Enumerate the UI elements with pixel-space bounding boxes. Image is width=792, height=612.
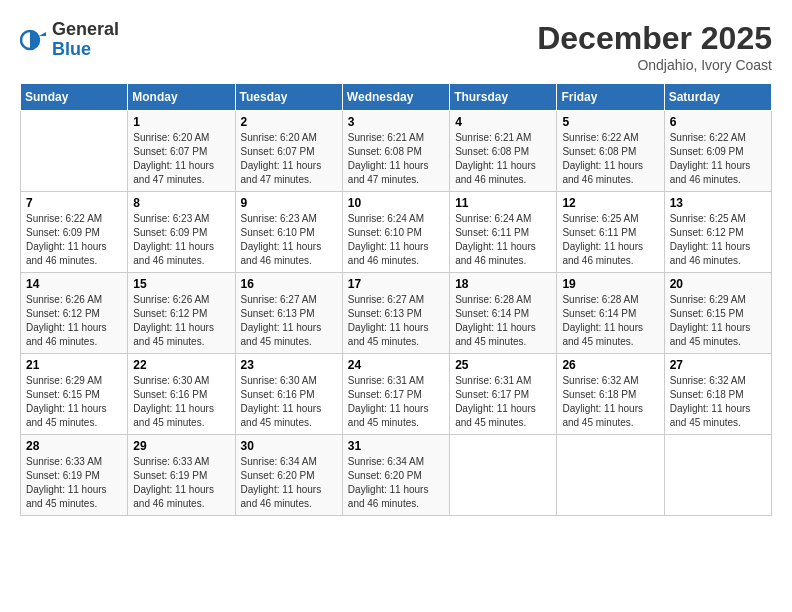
day-info: Sunrise: 6:31 AMSunset: 6:17 PMDaylight:… <box>455 374 551 430</box>
month-title: December 2025 <box>537 20 772 57</box>
calendar-cell: 16Sunrise: 6:27 AMSunset: 6:13 PMDayligh… <box>235 273 342 354</box>
day-number: 7 <box>26 196 122 210</box>
day-number: 5 <box>562 115 658 129</box>
calendar-cell: 1Sunrise: 6:20 AMSunset: 6:07 PMDaylight… <box>128 111 235 192</box>
day-info: Sunrise: 6:33 AMSunset: 6:19 PMDaylight:… <box>26 455 122 511</box>
day-info: Sunrise: 6:25 AMSunset: 6:11 PMDaylight:… <box>562 212 658 268</box>
calendar-cell: 9Sunrise: 6:23 AMSunset: 6:10 PMDaylight… <box>235 192 342 273</box>
calendar-cell: 8Sunrise: 6:23 AMSunset: 6:09 PMDaylight… <box>128 192 235 273</box>
day-number: 22 <box>133 358 229 372</box>
calendar-cell: 5Sunrise: 6:22 AMSunset: 6:08 PMDaylight… <box>557 111 664 192</box>
day-info: Sunrise: 6:21 AMSunset: 6:08 PMDaylight:… <box>348 131 444 187</box>
day-info: Sunrise: 6:21 AMSunset: 6:08 PMDaylight:… <box>455 131 551 187</box>
calendar-cell: 19Sunrise: 6:28 AMSunset: 6:14 PMDayligh… <box>557 273 664 354</box>
calendar-cell: 30Sunrise: 6:34 AMSunset: 6:20 PMDayligh… <box>235 435 342 516</box>
calendar-cell: 21Sunrise: 6:29 AMSunset: 6:15 PMDayligh… <box>21 354 128 435</box>
calendar-cell: 2Sunrise: 6:20 AMSunset: 6:07 PMDaylight… <box>235 111 342 192</box>
calendar-cell: 26Sunrise: 6:32 AMSunset: 6:18 PMDayligh… <box>557 354 664 435</box>
weekday-header-tuesday: Tuesday <box>235 84 342 111</box>
day-number: 12 <box>562 196 658 210</box>
weekday-header-friday: Friday <box>557 84 664 111</box>
calendar-cell: 22Sunrise: 6:30 AMSunset: 6:16 PMDayligh… <box>128 354 235 435</box>
day-number: 27 <box>670 358 766 372</box>
day-number: 28 <box>26 439 122 453</box>
calendar-header: SundayMondayTuesdayWednesdayThursdayFrid… <box>21 84 772 111</box>
calendar-body: 1Sunrise: 6:20 AMSunset: 6:07 PMDaylight… <box>21 111 772 516</box>
day-number: 31 <box>348 439 444 453</box>
day-info: Sunrise: 6:32 AMSunset: 6:18 PMDaylight:… <box>670 374 766 430</box>
calendar-week-2: 7Sunrise: 6:22 AMSunset: 6:09 PMDaylight… <box>21 192 772 273</box>
day-info: Sunrise: 6:28 AMSunset: 6:14 PMDaylight:… <box>455 293 551 349</box>
day-info: Sunrise: 6:31 AMSunset: 6:17 PMDaylight:… <box>348 374 444 430</box>
day-number: 25 <box>455 358 551 372</box>
weekday-header-thursday: Thursday <box>450 84 557 111</box>
day-info: Sunrise: 6:22 AMSunset: 6:08 PMDaylight:… <box>562 131 658 187</box>
calendar-cell: 29Sunrise: 6:33 AMSunset: 6:19 PMDayligh… <box>128 435 235 516</box>
calendar-cell: 7Sunrise: 6:22 AMSunset: 6:09 PMDaylight… <box>21 192 128 273</box>
calendar-week-1: 1Sunrise: 6:20 AMSunset: 6:07 PMDaylight… <box>21 111 772 192</box>
calendar-cell <box>450 435 557 516</box>
day-info: Sunrise: 6:34 AMSunset: 6:20 PMDaylight:… <box>348 455 444 511</box>
calendar-cell: 13Sunrise: 6:25 AMSunset: 6:12 PMDayligh… <box>664 192 771 273</box>
day-number: 11 <box>455 196 551 210</box>
day-number: 13 <box>670 196 766 210</box>
weekday-header-saturday: Saturday <box>664 84 771 111</box>
day-info: Sunrise: 6:22 AMSunset: 6:09 PMDaylight:… <box>26 212 122 268</box>
calendar-cell: 24Sunrise: 6:31 AMSunset: 6:17 PMDayligh… <box>342 354 449 435</box>
logo-text: General Blue <box>52 20 119 60</box>
logo: General Blue <box>20 20 119 60</box>
weekday-header-sunday: Sunday <box>21 84 128 111</box>
day-number: 29 <box>133 439 229 453</box>
day-info: Sunrise: 6:20 AMSunset: 6:07 PMDaylight:… <box>133 131 229 187</box>
calendar-cell: 3Sunrise: 6:21 AMSunset: 6:08 PMDaylight… <box>342 111 449 192</box>
day-info: Sunrise: 6:26 AMSunset: 6:12 PMDaylight:… <box>26 293 122 349</box>
day-number: 9 <box>241 196 337 210</box>
calendar-week-5: 28Sunrise: 6:33 AMSunset: 6:19 PMDayligh… <box>21 435 772 516</box>
calendar-cell <box>557 435 664 516</box>
day-number: 16 <box>241 277 337 291</box>
calendar-cell <box>664 435 771 516</box>
day-info: Sunrise: 6:23 AMSunset: 6:10 PMDaylight:… <box>241 212 337 268</box>
day-number: 4 <box>455 115 551 129</box>
day-info: Sunrise: 6:28 AMSunset: 6:14 PMDaylight:… <box>562 293 658 349</box>
calendar-cell: 10Sunrise: 6:24 AMSunset: 6:10 PMDayligh… <box>342 192 449 273</box>
day-info: Sunrise: 6:30 AMSunset: 6:16 PMDaylight:… <box>133 374 229 430</box>
calendar-cell: 11Sunrise: 6:24 AMSunset: 6:11 PMDayligh… <box>450 192 557 273</box>
day-number: 17 <box>348 277 444 291</box>
weekday-header-row: SundayMondayTuesdayWednesdayThursdayFrid… <box>21 84 772 111</box>
weekday-header-wednesday: Wednesday <box>342 84 449 111</box>
day-info: Sunrise: 6:34 AMSunset: 6:20 PMDaylight:… <box>241 455 337 511</box>
day-info: Sunrise: 6:24 AMSunset: 6:10 PMDaylight:… <box>348 212 444 268</box>
day-number: 1 <box>133 115 229 129</box>
calendar-cell: 25Sunrise: 6:31 AMSunset: 6:17 PMDayligh… <box>450 354 557 435</box>
day-number: 6 <box>670 115 766 129</box>
day-number: 21 <box>26 358 122 372</box>
day-number: 15 <box>133 277 229 291</box>
calendar-cell: 31Sunrise: 6:34 AMSunset: 6:20 PMDayligh… <box>342 435 449 516</box>
day-info: Sunrise: 6:23 AMSunset: 6:09 PMDaylight:… <box>133 212 229 268</box>
calendar-table: SundayMondayTuesdayWednesdayThursdayFrid… <box>20 83 772 516</box>
calendar-cell: 20Sunrise: 6:29 AMSunset: 6:15 PMDayligh… <box>664 273 771 354</box>
day-number: 14 <box>26 277 122 291</box>
day-number: 20 <box>670 277 766 291</box>
day-info: Sunrise: 6:24 AMSunset: 6:11 PMDaylight:… <box>455 212 551 268</box>
calendar-cell: 12Sunrise: 6:25 AMSunset: 6:11 PMDayligh… <box>557 192 664 273</box>
calendar-cell: 27Sunrise: 6:32 AMSunset: 6:18 PMDayligh… <box>664 354 771 435</box>
day-info: Sunrise: 6:20 AMSunset: 6:07 PMDaylight:… <box>241 131 337 187</box>
calendar-cell: 14Sunrise: 6:26 AMSunset: 6:12 PMDayligh… <box>21 273 128 354</box>
day-number: 23 <box>241 358 337 372</box>
logo-blue: Blue <box>52 40 119 60</box>
calendar-cell: 18Sunrise: 6:28 AMSunset: 6:14 PMDayligh… <box>450 273 557 354</box>
calendar-cell: 28Sunrise: 6:33 AMSunset: 6:19 PMDayligh… <box>21 435 128 516</box>
calendar-cell: 23Sunrise: 6:30 AMSunset: 6:16 PMDayligh… <box>235 354 342 435</box>
calendar-cell <box>21 111 128 192</box>
day-info: Sunrise: 6:29 AMSunset: 6:15 PMDaylight:… <box>670 293 766 349</box>
calendar-cell: 6Sunrise: 6:22 AMSunset: 6:09 PMDaylight… <box>664 111 771 192</box>
calendar-week-4: 21Sunrise: 6:29 AMSunset: 6:15 PMDayligh… <box>21 354 772 435</box>
day-number: 18 <box>455 277 551 291</box>
weekday-header-monday: Monday <box>128 84 235 111</box>
day-number: 8 <box>133 196 229 210</box>
calendar-cell: 17Sunrise: 6:27 AMSunset: 6:13 PMDayligh… <box>342 273 449 354</box>
calendar-cell: 15Sunrise: 6:26 AMSunset: 6:12 PMDayligh… <box>128 273 235 354</box>
calendar-week-3: 14Sunrise: 6:26 AMSunset: 6:12 PMDayligh… <box>21 273 772 354</box>
